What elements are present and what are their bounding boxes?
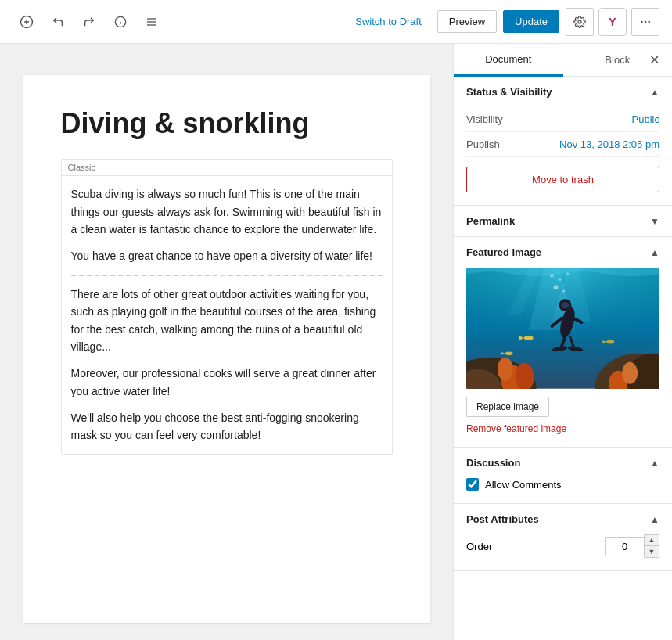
panel-post-attributes-header[interactable]: Post Attributes ▲ — [454, 504, 672, 534]
toolbar-left-actions — [13, 8, 166, 36]
replace-image-button[interactable]: Replace image — [466, 397, 549, 417]
move-to-trash-button[interactable]: Move to trash — [466, 167, 659, 192]
panel-featured-image-title: Featured Image — [466, 246, 541, 258]
paragraph-2: You have a great chance to have open a d… — [71, 247, 383, 264]
paragraph-5: We'll also help you choose the best anti… — [71, 409, 383, 444]
order-row: Order ▲ ▼ — [466, 534, 659, 558]
svg-point-20 — [562, 290, 565, 293]
svg-point-10 — [641, 20, 643, 23]
editor-content: Diving & snorkling Classic Scuba diving … — [23, 75, 430, 623]
add-block-button[interactable] — [13, 8, 41, 36]
chevron-up-icon-4: ▲ — [650, 514, 659, 525]
publish-row: Publish Nov 13, 2018 2:05 pm — [466, 132, 659, 157]
main-layout: Diving & snorkling Classic Scuba diving … — [0, 44, 672, 640]
update-button[interactable]: Update — [503, 10, 559, 33]
chevron-up-icon-2: ▲ — [650, 247, 659, 258]
panel-post-attributes-content: Order ▲ ▼ — [454, 534, 672, 570]
svg-point-9 — [578, 20, 581, 23]
close-sidebar-button[interactable]: ✕ — [642, 49, 666, 72]
panel-status-visibility-title: Status & Visibility — [466, 86, 552, 98]
svg-point-31 — [622, 362, 638, 384]
svg-point-18 — [554, 285, 559, 289]
toolbar-right-actions: Y — [566, 8, 659, 36]
chevron-up-icon: ▲ — [650, 87, 659, 98]
publish-label: Publish — [466, 138, 500, 150]
featured-image-preview[interactable] — [466, 268, 659, 389]
settings-button[interactable] — [566, 8, 594, 36]
preview-button[interactable]: Preview — [437, 10, 497, 33]
chevron-up-icon-3: ▲ — [650, 458, 659, 469]
chevron-down-icon: ▼ — [650, 216, 659, 227]
panel-permalink-header[interactable]: Permalink ▼ — [454, 206, 672, 236]
undo-button[interactable] — [44, 8, 72, 36]
content-divider — [71, 275, 383, 276]
order-input[interactable] — [605, 537, 644, 556]
paragraph-3: There are lots of other great outdoor ac… — [71, 286, 383, 356]
redo-button[interactable] — [75, 8, 103, 36]
visibility-value[interactable]: Public — [632, 113, 659, 125]
panel-status-visibility-content: Visibility Public Publish Nov 13, 2018 2… — [454, 107, 672, 205]
paragraph-1: Scuba diving is always so much fun! This… — [71, 185, 383, 238]
panel-post-attributes: Post Attributes ▲ Order ▲ ▼ — [454, 504, 672, 571]
visibility-row: Visibility Public — [466, 107, 659, 132]
svg-point-34 — [562, 302, 570, 308]
allow-comments-checkbox[interactable] — [466, 478, 479, 491]
svg-point-22 — [566, 272, 569, 275]
order-label: Order — [466, 541, 492, 552]
classic-block-label: Classic — [62, 160, 392, 176]
svg-point-19 — [559, 278, 562, 281]
toolbar: Switch to Draft Preview Update Y — [0, 0, 672, 44]
panel-discussion-header[interactable]: Discussion ▲ — [454, 448, 672, 478]
panel-featured-image-content: Replace image Remove featured image — [454, 268, 672, 447]
order-decrement-button[interactable]: ▼ — [645, 546, 659, 557]
order-increment-button[interactable]: ▲ — [645, 535, 659, 546]
sidebar: Document Block ✕ Status & Visibility ▲ V… — [453, 44, 672, 640]
svg-point-41 — [524, 336, 534, 340]
panel-post-attributes-title: Post Attributes — [466, 513, 539, 525]
svg-point-28 — [498, 358, 513, 381]
allow-comments-row: Allow Comments — [466, 478, 659, 491]
panel-discussion-title: Discussion — [466, 457, 520, 469]
classic-block-content[interactable]: Scuba diving is always so much fun! This… — [62, 176, 392, 454]
panel-featured-image: Featured Image ▲ — [454, 237, 672, 448]
svg-point-11 — [645, 20, 647, 23]
svg-point-43 — [505, 351, 513, 355]
more-options-button[interactable] — [631, 8, 659, 36]
panel-permalink: Permalink ▼ — [454, 206, 672, 237]
svg-point-45 — [606, 340, 614, 343]
post-title[interactable]: Diving & snorkling — [61, 106, 393, 140]
paragraph-4: Moreover, our professional cooks will se… — [71, 365, 383, 400]
panel-featured-image-header[interactable]: Featured Image ▲ — [454, 237, 672, 268]
publish-value[interactable]: Nov 13, 2018 2:05 pm — [559, 138, 659, 150]
sidebar-tabs: Document Block ✕ — [454, 44, 672, 77]
panel-discussion-content: Allow Comments — [454, 478, 672, 503]
switch-to-draft-button[interactable]: Switch to Draft — [346, 11, 431, 32]
tab-document[interactable]: Document — [454, 44, 563, 77]
yoast-button[interactable]: Y — [598, 8, 627, 36]
info-button[interactable] — [106, 8, 135, 36]
order-spinners: ▲ ▼ — [644, 534, 659, 558]
panel-status-visibility: Status & Visibility ▲ Visibility Public … — [454, 77, 672, 206]
block-navigation-button[interactable] — [138, 8, 166, 36]
panel-discussion: Discussion ▲ Allow Comments — [454, 448, 672, 504]
remove-featured-image-button[interactable]: Remove featured image — [466, 423, 566, 434]
visibility-label: Visibility — [466, 113, 503, 125]
classic-block: Classic Scuba diving is always so much f… — [61, 159, 393, 455]
toolbar-center-actions: Switch to Draft Preview Update — [346, 10, 559, 33]
panel-status-visibility-header[interactable]: Status & Visibility ▲ — [454, 77, 672, 107]
svg-point-12 — [648, 20, 650, 23]
allow-comments-label: Allow Comments — [485, 479, 562, 491]
editor-area: Diving & snorkling Classic Scuba diving … — [0, 44, 453, 640]
order-input-wrap: ▲ ▼ — [605, 534, 659, 558]
panel-permalink-title: Permalink — [466, 215, 515, 227]
